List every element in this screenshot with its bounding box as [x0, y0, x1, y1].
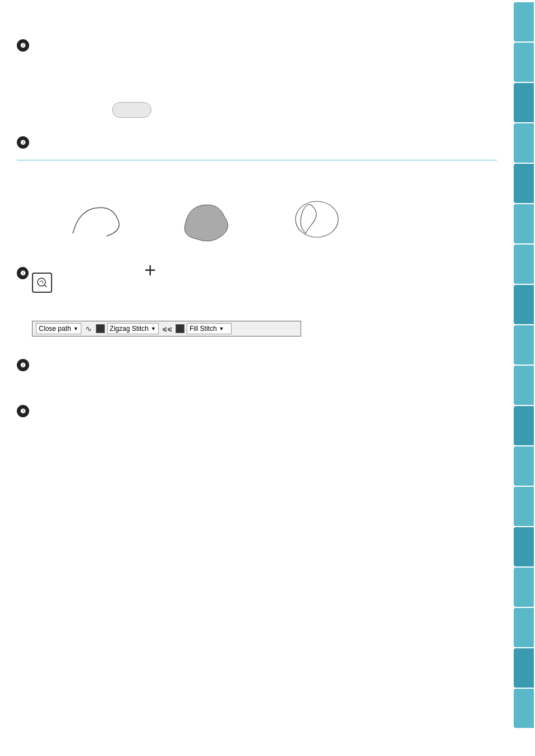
sidebar-tab-1[interactable]	[514, 2, 534, 42]
top-section: ❷ ❸	[17, 11, 497, 149]
sidebar-tab-6[interactable]	[514, 204, 534, 243]
section-marker-2-top: ❷	[17, 39, 29, 52]
close-path-label: Close path	[39, 325, 71, 333]
shape-open-curve	[62, 194, 135, 250]
top-section-2-row: ❷	[17, 39, 497, 52]
sidebar-tab-18[interactable]	[514, 689, 534, 728]
zigzag-stitch-label: Zigzag Stitch	[110, 325, 149, 333]
sidebar-tab-7[interactable]	[514, 245, 534, 284]
color-swatch-1[interactable]	[96, 324, 105, 333]
toolbar-content: + Close path ▼ ∿ Zigzag Stitch	[32, 267, 497, 336]
tool-icon-button[interactable]	[32, 273, 52, 293]
sidebar-tabs	[514, 0, 535, 756]
sidebar-tab-10[interactable]	[514, 366, 534, 405]
sidebar-tab-17[interactable]	[514, 648, 534, 688]
top-section-3-row: ❸	[17, 136, 497, 149]
sidebar-tab-3[interactable]	[514, 83, 534, 122]
lower-sections: ❷ ❸	[17, 359, 497, 417]
pill-shape	[112, 102, 151, 118]
sidebar-tab-8[interactable]	[514, 285, 534, 324]
sidebar-tab-13[interactable]	[514, 487, 534, 526]
sidebar-tab-4[interactable]	[514, 123, 534, 163]
main-content: ❷ ❸	[0, 0, 514, 756]
shape-filled-blob	[168, 194, 241, 250]
section-3-top-content	[33, 136, 497, 137]
shapes-row	[62, 194, 497, 250]
sidebar-tab-14[interactable]	[514, 527, 534, 566]
section-marker-1-bottom: ❶	[17, 267, 29, 279]
fill-stitch-label: Fill Stitch	[190, 325, 217, 333]
bottom-section-2-row: ❷	[17, 359, 497, 371]
fill-stitch-dropdown[interactable]: Fill Stitch ▼	[187, 323, 232, 334]
close-path-arrow: ▼	[73, 326, 79, 331]
toolbar-bar: Close path ▼ ∿ Zigzag Stitch ▼ ⩿⩿	[32, 321, 301, 336]
pill-illustration	[22, 68, 497, 119]
sidebar-tab-15[interactable]	[514, 568, 534, 607]
zigzag-icon: ⩿⩿	[161, 325, 173, 333]
svg-line-2	[44, 285, 47, 287]
section-marker-2-bottom: ❷	[17, 359, 29, 371]
zigzag-stitch-arrow: ▼	[151, 326, 156, 331]
sidebar-tab-11[interactable]	[514, 406, 534, 445]
section-2-bottom-content	[33, 359, 497, 360]
toolbar-row: ❶ +	[17, 267, 497, 336]
plus-cursor-icon: +	[144, 259, 156, 282]
svg-point-0	[296, 201, 338, 237]
color-swatch-2[interactable]	[176, 324, 185, 333]
bottom-section-3-row: ❸	[17, 405, 497, 417]
section-divider	[17, 160, 497, 160]
section-2-top-content	[33, 39, 497, 40]
section-marker-3-bottom: ❸	[17, 405, 29, 417]
tool-svg-icon	[36, 277, 48, 288]
sidebar-tab-2[interactable]	[514, 43, 534, 82]
shape-intersecting	[275, 194, 348, 250]
svg-point-1	[38, 278, 45, 286]
fill-stitch-arrow: ▼	[219, 326, 224, 331]
sidebar-tab-9[interactable]	[514, 325, 534, 365]
bottom-section: ❶ +	[17, 172, 497, 417]
wavy-line-icon: ∿	[84, 324, 94, 333]
sidebar-tab-12[interactable]	[514, 446, 534, 486]
section-3-bottom-content	[33, 405, 497, 406]
sidebar-tab-5[interactable]	[514, 164, 534, 203]
close-path-dropdown[interactable]: Close path ▼	[36, 323, 81, 334]
section-marker-3-top: ❸	[17, 136, 29, 149]
sidebar-tab-16[interactable]	[514, 608, 534, 647]
zigzag-stitch-dropdown[interactable]: Zigzag Stitch ▼	[107, 323, 159, 334]
